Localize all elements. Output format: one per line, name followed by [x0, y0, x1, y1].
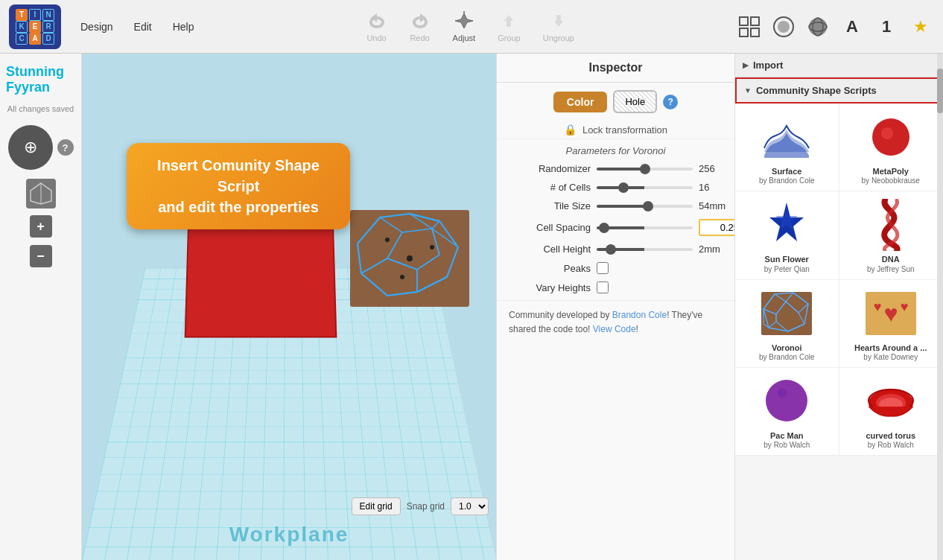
community-author-link[interactable]: Brandon Cole — [612, 310, 667, 320]
undo-button[interactable]: Undo — [366, 10, 387, 42]
left-sidebar: Stunning Fyyran All changes saved ⊕ ? + … — [0, 54, 82, 560]
scrollbar-thumb[interactable] — [937, 69, 943, 113]
shape-dna[interactable]: DNA by Jeffrey Sun — [839, 191, 944, 279]
grid-icon[interactable] — [736, 13, 763, 40]
shapes-grid: Surface by Brandon Cole MetaPoly by Neob… — [735, 104, 943, 456]
torus-thumb — [861, 375, 921, 427]
adjust-button[interactable]: Adjust — [453, 10, 476, 42]
shape-pacman[interactable]: Pac Man by Rob Walch — [735, 368, 839, 456]
tooltip-bubble: Insert Comunity Shape Script and edit th… — [127, 143, 350, 229]
shape-surface[interactable]: Surface by Brandon Cole — [735, 104, 839, 191]
lock-icon: 🔒 — [564, 124, 577, 136]
pan-control[interactable]: ⊕ — [8, 125, 53, 170]
logo[interactable]: T I N K E R C A D — [9, 4, 61, 49]
main-area: Stunning Fyyran All changes saved ⊕ ? + … — [0, 54, 943, 560]
varyheights-checkbox[interactable] — [597, 281, 609, 293]
redo-button[interactable]: Redo — [410, 10, 431, 42]
snap-grid-label: Snap grid — [407, 501, 445, 512]
dna-author: by Jeffrey Sun — [867, 265, 915, 273]
voronoi-shape[interactable] — [350, 210, 469, 307]
svg-marker-1 — [504, 15, 513, 27]
voronoi-thumb — [757, 287, 816, 340]
param-varyheights: Vary Heights — [497, 278, 734, 297]
svg-text:♥: ♥ — [873, 299, 881, 314]
param-tilesize-label: Tile Size — [509, 200, 591, 211]
param-peaks-label: Peaks — [509, 263, 591, 274]
view-code-link[interactable]: View Code — [593, 324, 636, 334]
tilesize-slider[interactable] — [597, 205, 693, 208]
inspector-panel: Inspector Color Hole ? 🔒 Lock transforma… — [496, 54, 734, 560]
scrollbar-track — [937, 54, 943, 560]
tooltip-line2: and edit the properties — [143, 197, 334, 217]
cellheight-slider[interactable] — [597, 248, 693, 251]
hole-button[interactable]: Hole — [613, 90, 657, 113]
param-varyheights-label: Vary Heights — [509, 282, 591, 293]
edit-grid-button[interactable]: Edit grid — [352, 497, 401, 515]
pacman-author: by Rob Walch — [763, 441, 810, 449]
snap-grid-select[interactable]: 1.0 0.5 2.0 — [451, 497, 489, 515]
community-triangle-icon: ▼ — [744, 86, 752, 95]
hearts-thumb: ♥ ♥ ♥ — [861, 287, 921, 340]
number-icon[interactable]: 1 — [873, 13, 900, 40]
import-section-header[interactable]: ▶ Import — [735, 54, 943, 77]
svg-rect-27 — [761, 292, 812, 335]
svg-point-37 — [766, 380, 807, 421]
sphere-icon[interactable] — [804, 13, 831, 40]
peaks-checkbox[interactable] — [597, 262, 609, 274]
param-cellheight: Cell Height 2mm — [497, 240, 734, 258]
shape-metapoly[interactable]: MetaPoly by Neobobkrause — [839, 104, 944, 191]
param-cellheight-label: Cell Height — [509, 244, 591, 255]
param-randomizer-label: Randomizer — [509, 163, 591, 174]
metapoly-name: MetaPoly — [873, 166, 909, 176]
param-randomizer: Randomizer 256 — [497, 159, 734, 178]
svg-point-8 — [778, 21, 790, 33]
nav-edit[interactable]: Edit — [124, 16, 162, 37]
shape-sunflower[interactable]: Sun Flower by Peter Qian — [735, 191, 839, 279]
svg-text:♥: ♥ — [900, 299, 908, 314]
svg-point-23 — [430, 245, 434, 249]
param-peaks: Peaks — [497, 258, 734, 278]
ungroup-button[interactable]: Ungroup — [543, 10, 574, 42]
tilesize-value: 54mm — [699, 200, 731, 211]
community-section-label: Community Shape Scripts — [756, 85, 877, 96]
inspector-help-icon[interactable]: ? — [663, 95, 678, 109]
shape-voronoi[interactable]: Voronoi by Brandon Cole — [735, 280, 839, 368]
shape-hearts[interactable]: ♥ ♥ ♥ Hearts Around a ... by Kate Downey — [839, 280, 944, 368]
edit-grid-bar: Edit grid Snap grid 1.0 0.5 2.0 — [352, 497, 489, 515]
community-section-header[interactable]: ▼ Community Shape Scripts — [735, 77, 943, 104]
group-button[interactable]: Group — [498, 10, 521, 42]
cells-value: 16 — [699, 182, 731, 193]
cells-slider[interactable] — [597, 186, 693, 189]
sunflower-name: Sun Flower — [765, 254, 809, 264]
help-button[interactable]: ? — [57, 139, 74, 156]
view-cube[interactable] — [26, 179, 56, 209]
community-credit: Community developed by Brandon Cole! The… — [497, 300, 734, 344]
star-icon[interactable]: ★ — [907, 13, 934, 40]
color-button[interactable]: Color — [553, 92, 608, 112]
inspector-actions: Color Hole ? — [497, 83, 734, 121]
nav-help[interactable]: Help — [162, 16, 205, 37]
shape-icon[interactable] — [770, 13, 797, 40]
zoom-in-button[interactable]: + — [30, 215, 52, 238]
randomizer-slider[interactable] — [597, 168, 693, 171]
nav-design[interactable]: Design — [70, 16, 124, 37]
spacing-slider[interactable] — [597, 226, 693, 229]
torus-author: by Rob Walch — [868, 441, 914, 449]
svg-rect-4 — [751, 17, 759, 25]
top-bar: T I N K E R C A D Design Edit Help Undo — [0, 0, 943, 54]
param-tilesize: Tile Size 54mm — [497, 197, 734, 215]
workplane-label: Workplane — [229, 523, 349, 547]
toolbar-center: Undo Redo Adjust Group Ungroup — [220, 10, 721, 42]
text-icon[interactable]: A — [839, 13, 866, 40]
svg-point-21 — [407, 255, 413, 261]
shape-torus[interactable]: curved torus by Rob Walch — [839, 368, 944, 456]
red-box-shape[interactable] — [185, 219, 337, 337]
svg-text:♥: ♥ — [883, 300, 898, 327]
zoom-out-button[interactable]: − — [30, 245, 52, 267]
svg-point-38 — [778, 389, 787, 398]
canvas-arrow-icon: → — [223, 267, 255, 303]
svg-point-22 — [385, 238, 390, 242]
lock-row: 🔒 Lock transformation — [497, 121, 734, 139]
inspector-title: Inspector — [497, 54, 734, 83]
torus-name: curved torus — [866, 430, 915, 441]
